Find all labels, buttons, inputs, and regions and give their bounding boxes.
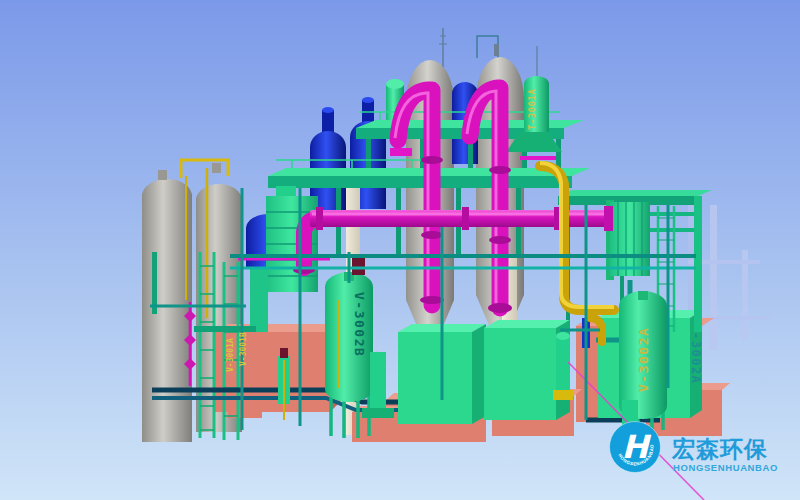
label-vessel-center: V-3002B	[352, 292, 367, 357]
logo-name-en: HONGSENHUANBAO	[673, 462, 778, 473]
label-pump-right: -3002A	[689, 332, 703, 384]
label-tank-small-b: V-3001B	[239, 332, 248, 366]
label-top-tank: T-3001A	[527, 88, 537, 130]
plant-scene-svg: V-3002B V-3002A -3002A T-3001A V-3001A V…	[0, 0, 800, 500]
plant-3d-render: V-3002B V-3002A -3002A T-3001A V-3001A V…	[0, 0, 800, 500]
logo-name-cn: 宏森环保	[671, 436, 768, 462]
label-vessel-right: V-3002A	[636, 327, 651, 392]
label-tank-small-a: V-3001A	[226, 338, 235, 372]
